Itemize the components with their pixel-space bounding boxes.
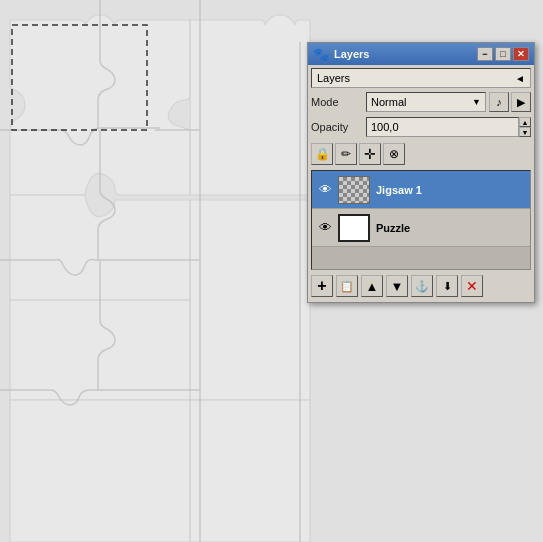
mode-value: Normal — [371, 96, 406, 108]
layers-panel: 🐾 Layers − □ ✕ Layers ◄ Mode Normal ▼ ♪ … — [307, 42, 535, 303]
layer-thumbnail-puzzle — [338, 214, 370, 242]
layer-item-jigsaw1[interactable]: 👁 Jigsaw 1 — [312, 171, 530, 209]
layer-item-puzzle[interactable]: 👁 Puzzle — [312, 209, 530, 247]
layer-name-jigsaw1: Jigsaw 1 — [376, 184, 422, 196]
opacity-value[interactable]: 100,0 — [366, 117, 519, 137]
opacity-row: Opacity 100,0 ▲ ▼ — [311, 116, 531, 138]
close-button[interactable]: ✕ — [513, 47, 529, 61]
opacity-up[interactable]: ▲ — [519, 117, 531, 127]
anchor-layer-btn[interactable]: ⚓ — [411, 275, 433, 297]
opacity-spinner: ▲ ▼ — [519, 117, 531, 137]
mode-dropdown-arrow: ▼ — [472, 97, 481, 107]
opacity-label: Opacity — [311, 121, 366, 133]
layers-list[interactable]: 👁 Jigsaw 1 👁 Puzzle — [311, 170, 531, 270]
breadcrumb-label: Layers — [317, 72, 350, 84]
clear-tool-btn[interactable]: ⊗ — [383, 143, 405, 165]
layer-down-btn[interactable]: ▼ — [386, 275, 408, 297]
mode-label: Mode — [311, 96, 366, 108]
panel-body: Layers ◄ Mode Normal ▼ ♪ ▶ Opacity 100,0… — [308, 65, 534, 302]
paint-tool-btn[interactable]: ✏ — [335, 143, 357, 165]
panel-breadcrumb[interactable]: Layers ◄ — [311, 68, 531, 88]
opacity-number: 100,0 — [371, 121, 399, 133]
merge-layer-btn[interactable]: ⬇ — [436, 275, 458, 297]
layer-thumbnail-jigsaw1 — [338, 176, 370, 204]
panel-bottom-toolbar: + 📋 ▲ ▼ ⚓ ⬇ ✕ — [311, 273, 531, 299]
titlebar-buttons: − □ ✕ — [477, 47, 529, 61]
mode-icon-btn-2[interactable]: ▶ — [511, 92, 531, 112]
maximize-button[interactable]: □ — [495, 47, 511, 61]
mode-icon-btn-1[interactable]: ♪ — [489, 92, 509, 112]
layer-name-puzzle: Puzzle — [376, 222, 410, 234]
move-tool-btn[interactable]: ✛ — [359, 143, 381, 165]
layer-up-btn[interactable]: ▲ — [361, 275, 383, 297]
mode-row: Mode Normal ▼ ♪ ▶ — [311, 91, 531, 113]
layer-eye-puzzle[interactable]: 👁 — [316, 219, 334, 237]
panel-titlebar: 🐾 Layers − □ ✕ — [308, 43, 534, 65]
delete-layer-btn[interactable]: ✕ — [461, 275, 483, 297]
opacity-down[interactable]: ▼ — [519, 127, 531, 137]
layer-toolbar: 🔒 ✏ ✛ ⊗ — [311, 141, 531, 167]
panel-title: Layers — [334, 48, 477, 60]
add-layer-btn[interactable]: + — [311, 275, 333, 297]
lock-tool-btn[interactable]: 🔒 — [311, 143, 333, 165]
mode-icons: ♪ ▶ — [489, 92, 531, 112]
duplicate-layer-btn[interactable]: 📋 — [336, 275, 358, 297]
mode-select[interactable]: Normal ▼ — [366, 92, 486, 112]
breadcrumb-arrow: ◄ — [515, 73, 525, 84]
panel-icon: 🐾 — [313, 47, 329, 62]
layer-eye-jigsaw1[interactable]: 👁 — [316, 181, 334, 199]
minimize-button[interactable]: − — [477, 47, 493, 61]
